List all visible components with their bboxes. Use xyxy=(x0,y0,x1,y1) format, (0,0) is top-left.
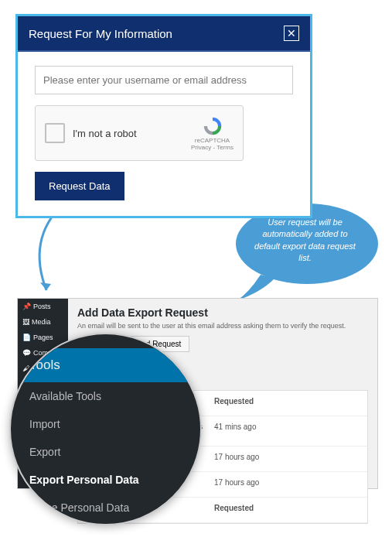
recaptcha-label: I'm not a robot xyxy=(73,128,191,139)
submenu-item[interactable]: Available Tools xyxy=(11,382,200,410)
page-subtext: An email will be sent to the user at thi… xyxy=(77,322,368,330)
magnifier-lens: Tools Available ToolsImportExportExport … xyxy=(9,333,202,525)
modal-header: Request For My Information ✕ xyxy=(18,16,310,52)
bubble-text: User request will be automatically added… xyxy=(249,217,361,265)
row-requested: 17 hours ago xyxy=(214,478,360,491)
recaptcha-widget[interactable]: I'm not a robot reCAPTCHA Privacy - Term… xyxy=(35,105,244,161)
username-email-input[interactable] xyxy=(35,66,293,94)
request-data-button[interactable]: Request Data xyxy=(35,172,124,200)
page-icon: 📄 xyxy=(22,334,31,341)
row-requested: 17 hours ago xyxy=(214,453,360,465)
submenu-item[interactable]: Export Personal Data xyxy=(11,466,200,494)
sidebar-item-media[interactable]: 🖼Media xyxy=(18,314,68,330)
request-info-modal: Request For My Information ✕ I'm not a r… xyxy=(15,14,312,218)
modal-title: Request For My Information xyxy=(29,27,172,40)
lens-content: Tools Available ToolsImportExportExport … xyxy=(11,334,200,525)
media-icon: 🖼 xyxy=(22,318,29,326)
pin-icon: 📌 xyxy=(22,303,31,310)
recaptcha-checkbox[interactable] xyxy=(45,123,65,143)
close-icon[interactable]: ✕ xyxy=(284,26,299,41)
col-requested: Requested xyxy=(214,397,360,409)
page-heading: Add Data Export Request xyxy=(77,306,368,319)
sidebar-item-posts[interactable]: 📌Posts xyxy=(18,299,68,314)
modal-body: I'm not a robot reCAPTCHA Privacy - Term… xyxy=(18,52,310,216)
submenu-item[interactable]: Import xyxy=(11,410,200,438)
comment-icon: 💬 xyxy=(22,349,31,357)
row-requested: 41 mins ago xyxy=(214,423,360,440)
submenu-item[interactable]: Export xyxy=(11,438,200,466)
recaptcha-logo-icon: reCAPTCHA Privacy - Terms xyxy=(191,115,233,151)
